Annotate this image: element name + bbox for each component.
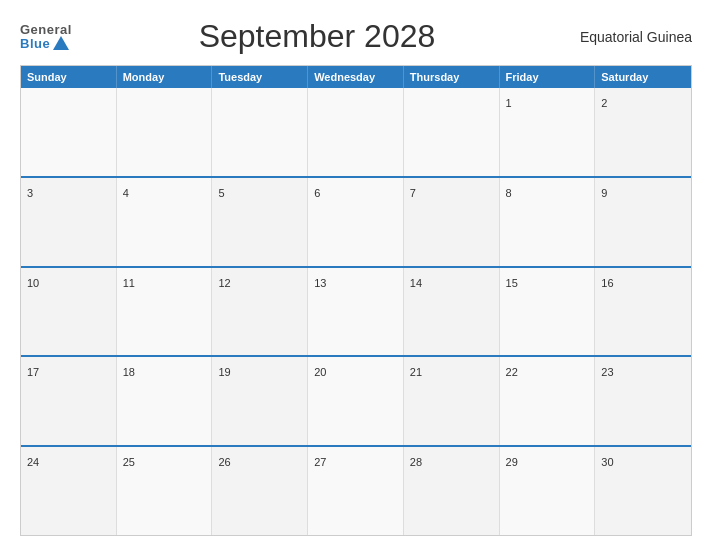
day-cell: 21 [404, 357, 500, 445]
day-cell: 25 [117, 447, 213, 535]
day-number: 17 [27, 366, 39, 378]
day-cell: 7 [404, 178, 500, 266]
logo-triangle-icon [53, 36, 69, 50]
day-cell: 28 [404, 447, 500, 535]
day-cell: 14 [404, 268, 500, 356]
day-cell: 4 [117, 178, 213, 266]
day-cell: 10 [21, 268, 117, 356]
day-number: 10 [27, 277, 39, 289]
calendar: SundayMondayTuesdayWednesdayThursdayFrid… [20, 65, 692, 536]
day-cell: 18 [117, 357, 213, 445]
day-number: 1 [506, 97, 512, 109]
day-number: 12 [218, 277, 230, 289]
calendar-title: September 2028 [72, 18, 562, 55]
day-number: 28 [410, 456, 422, 468]
logo-blue-label: Blue [20, 37, 50, 50]
logo-blue-text: Blue [20, 36, 69, 51]
day-header-sunday: Sunday [21, 66, 117, 88]
week-row-5: 24252627282930 [21, 445, 691, 535]
day-number: 2 [601, 97, 607, 109]
day-cell: 9 [595, 178, 691, 266]
day-number: 11 [123, 277, 135, 289]
day-number: 27 [314, 456, 326, 468]
day-cell: 23 [595, 357, 691, 445]
day-number: 7 [410, 187, 416, 199]
day-cell: 3 [21, 178, 117, 266]
day-cell: 26 [212, 447, 308, 535]
weeks-container: 1234567891011121314151617181920212223242… [21, 88, 691, 535]
day-headers-row: SundayMondayTuesdayWednesdayThursdayFrid… [21, 66, 691, 88]
day-cell: 16 [595, 268, 691, 356]
day-header-friday: Friday [500, 66, 596, 88]
day-cell [308, 88, 404, 176]
day-number: 29 [506, 456, 518, 468]
day-cell: 8 [500, 178, 596, 266]
day-number: 8 [506, 187, 512, 199]
day-cell: 12 [212, 268, 308, 356]
day-number: 25 [123, 456, 135, 468]
day-cell: 1 [500, 88, 596, 176]
day-number: 13 [314, 277, 326, 289]
day-cell: 30 [595, 447, 691, 535]
day-cell: 2 [595, 88, 691, 176]
day-number: 30 [601, 456, 613, 468]
logo-general-text: General [20, 23, 72, 36]
day-header-thursday: Thursday [404, 66, 500, 88]
day-cell: 29 [500, 447, 596, 535]
week-row-1: 12 [21, 88, 691, 176]
day-cell: 5 [212, 178, 308, 266]
page: General Blue September 2028 Equatorial G… [0, 0, 712, 550]
day-header-saturday: Saturday [595, 66, 691, 88]
week-row-2: 3456789 [21, 176, 691, 266]
week-row-3: 10111213141516 [21, 266, 691, 356]
day-number: 19 [218, 366, 230, 378]
day-number: 24 [27, 456, 39, 468]
day-number: 6 [314, 187, 320, 199]
day-cell: 20 [308, 357, 404, 445]
day-number: 23 [601, 366, 613, 378]
day-number: 5 [218, 187, 224, 199]
day-number: 3 [27, 187, 33, 199]
day-cell: 27 [308, 447, 404, 535]
day-cell: 6 [308, 178, 404, 266]
day-number: 22 [506, 366, 518, 378]
day-cell [117, 88, 213, 176]
day-header-wednesday: Wednesday [308, 66, 404, 88]
day-number: 21 [410, 366, 422, 378]
logo: General Blue [20, 23, 72, 51]
day-cell: 22 [500, 357, 596, 445]
day-number: 26 [218, 456, 230, 468]
day-header-tuesday: Tuesday [212, 66, 308, 88]
day-cell: 17 [21, 357, 117, 445]
day-cell: 15 [500, 268, 596, 356]
day-cell [404, 88, 500, 176]
day-cell: 11 [117, 268, 213, 356]
week-row-4: 17181920212223 [21, 355, 691, 445]
day-number: 20 [314, 366, 326, 378]
header: General Blue September 2028 Equatorial G… [20, 18, 692, 55]
day-cell: 24 [21, 447, 117, 535]
country-label: Equatorial Guinea [562, 29, 692, 45]
day-number: 18 [123, 366, 135, 378]
day-header-monday: Monday [117, 66, 213, 88]
day-number: 14 [410, 277, 422, 289]
day-number: 9 [601, 187, 607, 199]
day-cell [212, 88, 308, 176]
day-cell: 19 [212, 357, 308, 445]
day-number: 4 [123, 187, 129, 199]
day-cell: 13 [308, 268, 404, 356]
day-cell [21, 88, 117, 176]
day-number: 16 [601, 277, 613, 289]
day-number: 15 [506, 277, 518, 289]
